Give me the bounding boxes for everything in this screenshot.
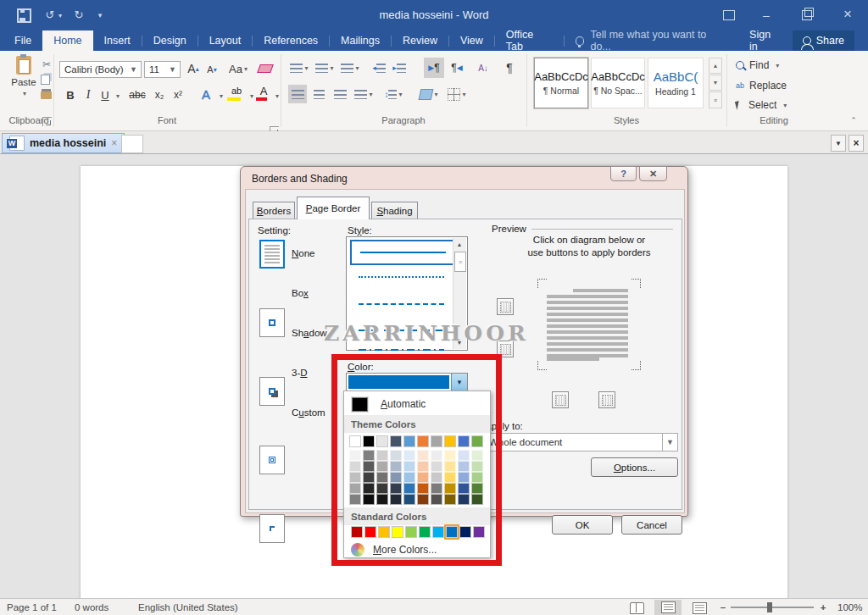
minimize-button[interactable]: – (754, 7, 778, 24)
left-to-right-button[interactable]: ▶¶ (424, 58, 444, 78)
close-button[interactable]: × (836, 5, 860, 24)
dialog-close-button[interactable]: ✕ (639, 166, 667, 181)
style-option-dotted[interactable] (350, 266, 453, 288)
zoom-in-button[interactable]: + (817, 601, 829, 614)
align-center-button[interactable] (309, 85, 328, 103)
preview-diagram[interactable] (537, 279, 641, 370)
dialog-help-button[interactable]: ? (610, 166, 637, 181)
highlight-button[interactable]: ab (227, 85, 246, 103)
styles-scroll-down-icon[interactable]: ▼ (709, 75, 722, 91)
setting-none-icon[interactable] (259, 240, 285, 269)
restore-button[interactable] (795, 7, 819, 24)
tab-references[interactable]: References (253, 30, 329, 51)
ok-button[interactable]: OK (552, 515, 613, 535)
setting-custom-label[interactable]: Custom (292, 407, 326, 418)
setting-shadow-icon[interactable] (259, 377, 285, 406)
setting-3d-icon[interactable] (259, 446, 285, 474)
subscript-button[interactable]: x₂ (151, 86, 168, 103)
grow-font-button[interactable]: A▴ (185, 59, 202, 78)
bullets-button[interactable]: ▾ (288, 59, 310, 76)
right-to-left-button[interactable]: ¶◀ (447, 58, 467, 78)
justify-button[interactable]: ▾ (352, 85, 376, 103)
clipboard-dialog-launcher-icon[interactable] (42, 117, 52, 126)
document-tab[interactable]: media hosseini × (2, 133, 125, 153)
tab-borders[interactable]: Borders (253, 202, 295, 219)
setting-shadow-label[interactable]: Shadow (292, 328, 327, 338)
read-mode-icon[interactable] (626, 601, 648, 614)
setting-custom-icon[interactable] (259, 514, 285, 543)
scroll-up-icon[interactable]: ▲ (453, 238, 465, 251)
superscript-button[interactable]: x² (170, 86, 186, 103)
text-effects-dropdown-icon[interactable]: ▾ (217, 90, 225, 102)
line-spacing-button[interactable]: ↕▾ (381, 85, 405, 103)
language-indicator[interactable]: English (United States) (138, 602, 238, 612)
tab-list-dropdown-icon[interactable]: ▼ (831, 135, 846, 152)
border-button-right[interactable] (598, 391, 615, 408)
highlight-dropdown-icon[interactable]: ▾ (248, 90, 256, 102)
cancel-button[interactable]: Cancel (621, 515, 682, 535)
numbering-button[interactable]: ▾ (314, 59, 336, 76)
style-normal[interactable]: AaBbCcDc¶ Normal (534, 58, 588, 108)
ribbon-display-options-icon[interactable] (719, 7, 739, 24)
share-button[interactable]: Share (793, 30, 854, 51)
select-button[interactable]: Select▾ (736, 99, 787, 111)
border-button-left[interactable] (552, 391, 569, 408)
tab-design[interactable]: Design (142, 30, 198, 51)
zoom-slider-thumb[interactable] (767, 602, 772, 612)
collapse-ribbon-icon[interactable]: ⌃ (846, 114, 861, 127)
scroll-thumb[interactable]: ≡ (454, 252, 466, 272)
sign-in-link[interactable]: Sign in (738, 30, 793, 51)
font-color-button[interactable]: A (256, 85, 271, 103)
options-button[interactable]: Options... (591, 457, 678, 477)
tab-file[interactable]: File (3, 30, 42, 51)
tab-layout[interactable]: Layout (198, 30, 253, 51)
web-layout-icon[interactable] (688, 601, 710, 614)
word-count[interactable]: 0 words (75, 602, 108, 612)
tell-me-box[interactable]: Tell me what you want to do... (565, 30, 738, 51)
clear-formatting-icon[interactable] (256, 61, 275, 76)
style-heading1[interactable]: AaBbC(Heading 1 (648, 58, 704, 108)
font-color-dropdown-icon[interactable]: ▾ (273, 90, 281, 102)
tab-home[interactable]: Home (42, 30, 92, 51)
shrink-font-button[interactable]: A▾ (203, 61, 220, 78)
print-layout-icon[interactable] (654, 600, 682, 615)
font-size-combo[interactable]: 11▼ (144, 61, 181, 78)
find-button[interactable]: Find▾ (736, 59, 779, 71)
styles-gallery-more-icon[interactable]: ≡ (709, 91, 722, 108)
paste-button[interactable]: Paste ▾ (7, 56, 41, 110)
zoom-out-button[interactable]: – (717, 601, 729, 614)
setting-box-icon[interactable] (259, 308, 285, 337)
tab-review[interactable]: Review (392, 30, 448, 51)
zoom-level[interactable]: 100% (837, 602, 862, 612)
replace-button[interactable]: abReplace (736, 80, 787, 91)
tab-view[interactable]: View (449, 30, 494, 51)
italic-button[interactable]: I (81, 86, 95, 103)
page-indicator[interactable]: Page 1 of 1 (7, 602, 57, 612)
strikethrough-button[interactable]: abc (125, 86, 149, 103)
setting-box-label[interactable]: Box (292, 288, 309, 298)
show-hide-pilcrow-button[interactable]: ¶ (500, 58, 519, 78)
style-option-dashed[interactable] (350, 293, 453, 315)
change-case-button[interactable]: Aa▾ (225, 59, 251, 78)
borders-button[interactable]: ▾ (444, 85, 470, 103)
increase-indent-button[interactable]: ▸ (390, 59, 409, 76)
tab-insert[interactable]: Insert (93, 30, 142, 51)
align-left-button[interactable] (288, 85, 307, 103)
border-button-top[interactable] (497, 298, 514, 315)
decrease-indent-button[interactable]: ◂ (370, 59, 388, 76)
tab-mailings[interactable]: Mailings (330, 30, 391, 51)
tab-bar-close-icon[interactable]: × (849, 135, 864, 152)
format-painter-icon[interactable] (41, 91, 52, 99)
tab-office-tab[interactable]: Office Tab (495, 30, 564, 51)
style-no-spacing[interactable]: AaBbCcDc¶ No Spac... (591, 58, 645, 108)
styles-scroll-up-icon[interactable]: ▲ (709, 58, 722, 74)
align-right-button[interactable] (331, 85, 349, 103)
underline-dropdown-icon[interactable]: ▾ (114, 90, 122, 102)
apply-to-combo[interactable]: Whole document ▼ (483, 433, 678, 452)
setting-3d-label[interactable]: 3-D (292, 368, 308, 378)
text-effects-button[interactable]: A (197, 85, 215, 103)
shading-button[interactable]: ▾ (417, 85, 441, 103)
multilevel-list-button[interactable]: ▾ (339, 59, 361, 76)
sort-button[interactable]: A↓ (473, 58, 493, 78)
setting-none-label[interactable]: None (292, 248, 315, 258)
